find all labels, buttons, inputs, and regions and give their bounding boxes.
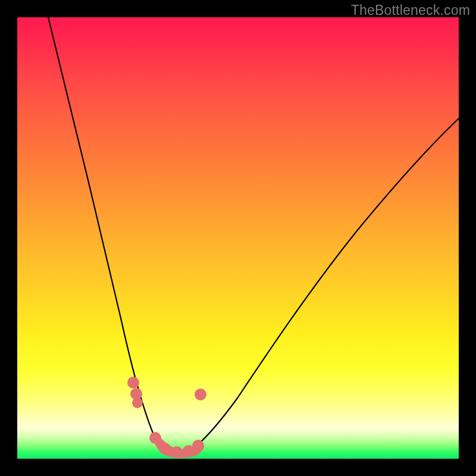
- curve-marker: [159, 443, 171, 455]
- plot-area: [17, 17, 459, 459]
- curve-marker: [127, 377, 139, 389]
- curve-marker: [149, 432, 161, 444]
- curve-marker: [192, 440, 204, 452]
- watermark-text: TheBottleneck.com: [351, 2, 470, 18]
- chart-frame: TheBottleneck.com: [0, 0, 476, 476]
- chart-svg: [17, 17, 459, 459]
- curve-marker: [171, 446, 183, 458]
- curve-marker: [195, 389, 206, 400]
- bottleneck-curve: [48, 17, 459, 456]
- curve-marker: [132, 397, 143, 408]
